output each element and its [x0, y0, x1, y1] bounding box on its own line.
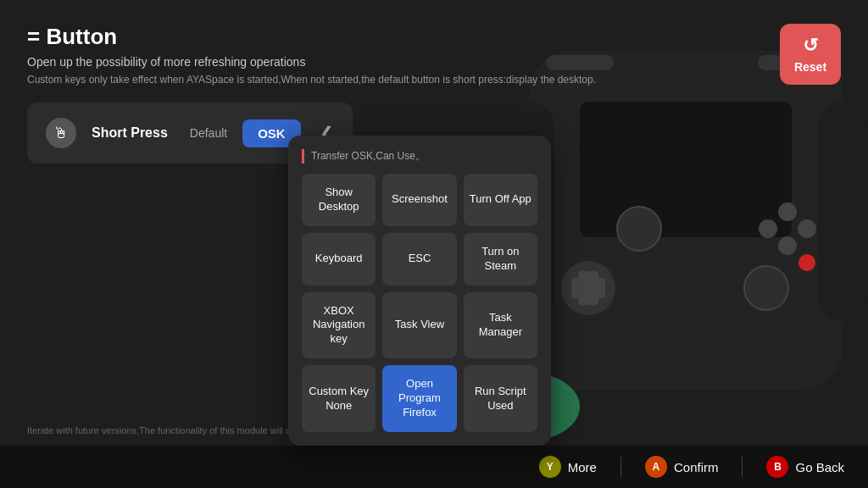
svg-rect-6: [571, 278, 605, 298]
osk-key-turn-on-steam[interactable]: Turn on Steam: [464, 233, 537, 286]
default-label: Default: [190, 126, 227, 140]
osk-key-run-script-used[interactable]: Run Script Used: [464, 365, 537, 432]
svg-point-11: [798, 254, 815, 271]
confirm-button[interactable]: A Confirm: [645, 456, 719, 478]
short-press-label: Short Press: [92, 125, 168, 141]
confirm-label: Confirm: [674, 460, 719, 474]
osk-key-xbox-nav[interactable]: XBOX Navigation key: [302, 292, 376, 359]
reset-button[interactable]: ↺ Reset: [780, 24, 841, 85]
reset-icon: ↺: [803, 35, 818, 57]
bottom-bar: Y More A Confirm B Go Back: [0, 446, 868, 488]
osk-key-keyboard[interactable]: Keyboard: [302, 233, 376, 286]
page-footer-note: Iterate with future versions,The functio…: [27, 425, 319, 435]
divider-2: [742, 457, 743, 477]
divider-1: [620, 457, 621, 477]
more-button[interactable]: Y More: [539, 456, 597, 478]
osk-key-task-manager[interactable]: Task Manager: [464, 292, 537, 359]
osk-key-open-program-firefox[interactable]: Open Program Firefox: [382, 365, 456, 432]
osk-key-custom-key[interactable]: Custom Key None: [302, 365, 376, 432]
osk-header: Transfer OSK,Can Use。: [302, 149, 537, 164]
confirm-badge: A: [645, 456, 667, 478]
goback-button[interactable]: B Go Back: [766, 456, 844, 478]
osk-grid: Show DesktopScreenshotTurn Off AppKeyboa…: [302, 174, 537, 432]
more-label: More: [568, 460, 597, 474]
svg-point-10: [778, 202, 797, 221]
page-subtitle: Open up the possibility of more refreshi…: [27, 55, 841, 69]
svg-point-7: [778, 236, 797, 255]
osk-key-task-view[interactable]: Task View: [382, 292, 456, 359]
svg-point-12: [744, 266, 788, 310]
avatar: 🖱: [46, 118, 76, 148]
osk-key-esc[interactable]: ESC: [382, 233, 456, 286]
more-badge: Y: [539, 456, 561, 478]
svg-point-9: [759, 219, 777, 238]
reset-label: Reset: [794, 60, 826, 74]
osk-key-screenshot[interactable]: Screenshot: [382, 174, 456, 226]
svg-point-13: [617, 207, 661, 251]
goback-label: Go Back: [795, 460, 844, 474]
page-note: Custom keys only take effect when AYASpa…: [27, 74, 841, 86]
osk-key-show-desktop[interactable]: Show Desktop: [302, 174, 376, 226]
osk-key-turn-off-app[interactable]: Turn Off App: [464, 174, 537, 226]
page-title: = Button: [27, 24, 841, 50]
osk-popup: Transfer OSK,Can Use。 Show DesktopScreen…: [288, 136, 551, 446]
goback-badge: B: [766, 456, 788, 478]
svg-point-8: [798, 219, 816, 238]
